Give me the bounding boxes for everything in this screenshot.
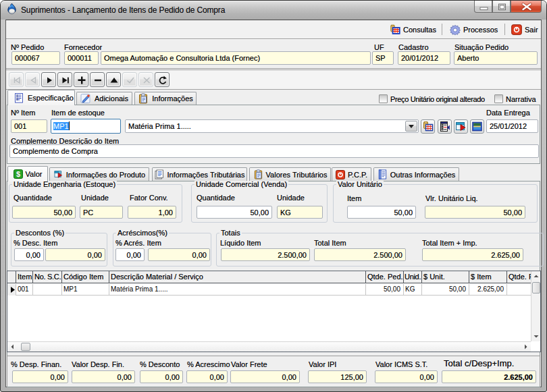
svg-text:$: $ [16,170,20,178]
